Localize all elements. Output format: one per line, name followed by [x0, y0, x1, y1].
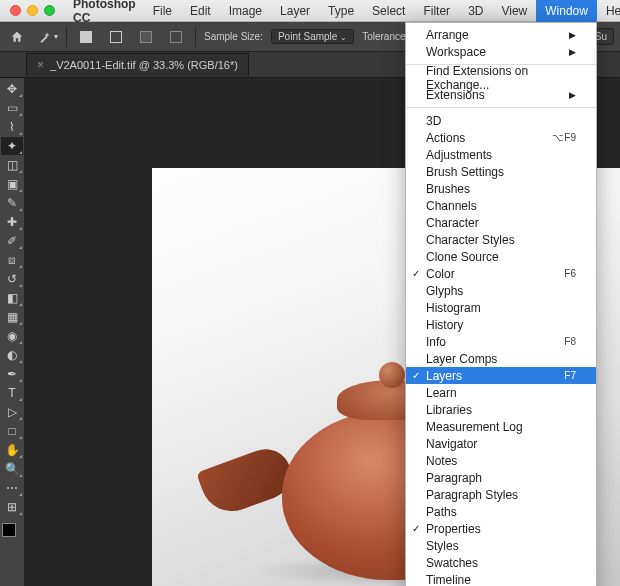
tool-rectangle[interactable]: □ — [1, 422, 23, 440]
menu-item-layer-comps[interactable]: Layer Comps — [406, 350, 596, 367]
menu-image[interactable]: Image — [220, 0, 271, 22]
sample-size-select[interactable]: Point Sample ⌄ — [271, 29, 354, 44]
tool-type[interactable]: T — [1, 384, 23, 402]
tool-blur[interactable]: ◉ — [1, 327, 23, 345]
menu-item-history[interactable]: History — [406, 316, 596, 333]
tool-crop[interactable]: ◫ — [1, 156, 23, 174]
menu-item-brush-settings[interactable]: Brush Settings — [406, 163, 596, 180]
home-button[interactable] — [6, 26, 28, 48]
intersect-selection-icon[interactable] — [165, 26, 187, 48]
menu-item-label: History — [426, 318, 463, 332]
new-selection-icon[interactable] — [75, 26, 97, 48]
tool-marquee[interactable]: ▭ — [1, 99, 23, 117]
menu-edit[interactable]: Edit — [181, 0, 220, 22]
tool-frame[interactable]: ▣ — [1, 175, 23, 193]
menu-item-histogram[interactable]: Histogram — [406, 299, 596, 316]
menu-3d[interactable]: 3D — [459, 0, 492, 22]
document-tab[interactable]: × _V2A0011-Edit.tif @ 33.3% (RGB/16*) — [26, 53, 249, 76]
menu-item-character[interactable]: Character — [406, 214, 596, 231]
menu-item-measurement-log[interactable]: Measurement Log — [406, 418, 596, 435]
menu-item-label: Navigator — [426, 437, 477, 451]
menu-item-label: Brush Settings — [426, 165, 504, 179]
tool-move[interactable]: ✥ — [1, 80, 23, 98]
menu-item-label: Extensions — [426, 88, 485, 102]
menu-item-arrange[interactable]: Arrange▶ — [406, 26, 596, 43]
tools-panel: ✥▭⌇✦◫▣✎✚✐⧇↺◧▦◉◐✒T▷□✋🔍⋯⊞ — [0, 78, 24, 586]
menu-list: FileEditImageLayerTypeSelectFilter3DView… — [144, 0, 620, 22]
menu-item-paragraph-styles[interactable]: Paragraph Styles — [406, 486, 596, 503]
menu-item-actions[interactable]: Actions⌥F9 — [406, 129, 596, 146]
tool-pen[interactable]: ✒ — [1, 365, 23, 383]
menu-layer[interactable]: Layer — [271, 0, 319, 22]
tool-lasso[interactable]: ⌇ — [1, 118, 23, 136]
menu-item-label: 3D — [426, 114, 441, 128]
tool-zoom[interactable]: 🔍 — [1, 460, 23, 478]
menu-item-paragraph[interactable]: Paragraph — [406, 469, 596, 486]
menu-window[interactable]: Window — [536, 0, 597, 22]
tool-path-select[interactable]: ▷ — [1, 403, 23, 421]
menu-item-glyphs[interactable]: Glyphs — [406, 282, 596, 299]
menu-item-timeline[interactable]: Timeline — [406, 571, 596, 586]
menu-item-shortcut: F8 — [564, 336, 576, 347]
menu-item-layers[interactable]: ✓LayersF7 — [406, 367, 596, 384]
submenu-arrow-icon: ▶ — [569, 30, 576, 40]
menu-help[interactable]: Help — [597, 0, 620, 22]
close-tab-icon[interactable]: × — [37, 58, 44, 72]
subtract-selection-icon[interactable] — [135, 26, 157, 48]
menu-item-clone-source[interactable]: Clone Source — [406, 248, 596, 265]
menu-item-label: Timeline — [426, 573, 471, 587]
menu-item-label: Properties — [426, 522, 481, 536]
menu-item-3d[interactable]: 3D — [406, 112, 596, 129]
menu-item-label: Brushes — [426, 182, 470, 196]
menu-view[interactable]: View — [492, 0, 536, 22]
submenu-arrow-icon: ▶ — [569, 47, 576, 57]
menu-item-swatches[interactable]: Swatches — [406, 554, 596, 571]
menu-item-learn[interactable]: Learn — [406, 384, 596, 401]
menu-item-notes[interactable]: Notes — [406, 452, 596, 469]
menu-file[interactable]: File — [144, 0, 181, 22]
tool-edit-toolbar[interactable]: ⊞ — [1, 498, 23, 516]
menu-select[interactable]: Select — [363, 0, 414, 22]
menu-item-extensions[interactable]: Extensions▶ — [406, 86, 596, 103]
menu-type[interactable]: Type — [319, 0, 363, 22]
menu-item-label: Paragraph — [426, 471, 482, 485]
menu-item-label: Clone Source — [426, 250, 499, 264]
tool-hand[interactable]: ✋ — [1, 441, 23, 459]
tool-stamp[interactable]: ⧇ — [1, 251, 23, 269]
menu-item-libraries[interactable]: Libraries — [406, 401, 596, 418]
zoom-window-icon[interactable] — [44, 5, 55, 16]
tool-eraser[interactable]: ◧ — [1, 289, 23, 307]
tool-preset-button[interactable]: ▾ — [36, 26, 58, 48]
menu-item-color[interactable]: ✓ColorF6 — [406, 265, 596, 282]
tool-gradient[interactable]: ▦ — [1, 308, 23, 326]
add-selection-icon[interactable] — [105, 26, 127, 48]
tool-heal[interactable]: ✚ — [1, 213, 23, 231]
menu-item-channels[interactable]: Channels — [406, 197, 596, 214]
menu-filter[interactable]: Filter — [414, 0, 459, 22]
menu-item-info[interactable]: InfoF8 — [406, 333, 596, 350]
tool-history-brush[interactable]: ↺ — [1, 270, 23, 288]
tool-magic-wand[interactable]: ✦ — [1, 137, 23, 155]
menu-item-properties[interactable]: ✓Properties — [406, 520, 596, 537]
menu-item-find-extensions-on-exchange-[interactable]: Find Extensions on Exchange... — [406, 69, 596, 86]
menu-item-paths[interactable]: Paths — [406, 503, 596, 520]
document-tab-title: _V2A0011-Edit.tif @ 33.3% (RGB/16*) — [50, 59, 238, 71]
tool-more[interactable]: ⋯ — [1, 479, 23, 497]
app-name: Photoshop CC — [65, 0, 144, 25]
menu-item-brushes[interactable]: Brushes — [406, 180, 596, 197]
tool-brush[interactable]: ✐ — [1, 232, 23, 250]
menu-item-navigator[interactable]: Navigator — [406, 435, 596, 452]
tool-eyedropper[interactable]: ✎ — [1, 194, 23, 212]
menu-item-styles[interactable]: Styles — [406, 537, 596, 554]
check-icon: ✓ — [412, 523, 420, 534]
minimize-window-icon[interactable] — [27, 5, 38, 16]
tool-dodge[interactable]: ◐ — [1, 346, 23, 364]
color-swatch[interactable] — [2, 523, 22, 543]
menu-item-character-styles[interactable]: Character Styles — [406, 231, 596, 248]
menu-item-adjustments[interactable]: Adjustments — [406, 146, 596, 163]
submenu-arrow-icon: ▶ — [569, 90, 576, 100]
menu-item-label: Color — [426, 267, 455, 281]
menu-item-workspace[interactable]: Workspace▶ — [406, 43, 596, 60]
close-window-icon[interactable] — [10, 5, 21, 16]
menu-item-label: Libraries — [426, 403, 472, 417]
